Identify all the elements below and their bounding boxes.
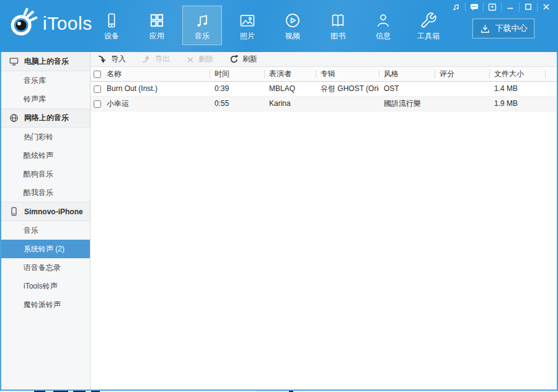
nav-label: 图书 (330, 32, 345, 40)
nav-label: 视频 (285, 32, 300, 40)
cell-rating (435, 97, 489, 111)
photos-icon (239, 12, 256, 29)
row-checkbox[interactable] (94, 100, 101, 108)
app-header: iTools 设备 应用 (0, 0, 558, 52)
import-label: 导入 (111, 54, 126, 64)
device-icon (103, 12, 120, 29)
delete-button[interactable]: 删除 (186, 54, 213, 64)
sidebar-item-device-music[interactable]: 音乐 (1, 221, 90, 240)
row-checkbox[interactable] (94, 85, 101, 93)
delete-label: 删除 (198, 54, 213, 64)
video-icon (284, 12, 301, 29)
nav-tab-photos[interactable]: 照片 (228, 6, 267, 45)
nav-label: 照片 (240, 32, 255, 40)
cell-artist: MBLAQ (264, 82, 316, 96)
sidebar-item-ringtone-library[interactable]: 铃声库 (1, 90, 90, 108)
globe-icon (9, 113, 19, 123)
sidebar-item-system-ringtones[interactable]: 系统铃声 (2) (1, 240, 90, 258)
window-menu-button[interactable] (483, 2, 501, 12)
import-icon (98, 54, 107, 64)
section-title: 网络上的音乐 (24, 113, 69, 123)
import-button[interactable]: 导入 (98, 54, 126, 64)
column-header-genre[interactable]: 风格 (379, 67, 435, 81)
column-header-name[interactable]: 名称 (107, 67, 210, 81)
logo-text: iTools (43, 13, 92, 34)
export-button[interactable]: 导出 (142, 54, 170, 64)
sidebar-item-kuwo-music[interactable]: 酷我音乐 (1, 183, 90, 202)
sidebar-section-device: Simnovo-iPhone (1, 202, 90, 221)
wrench-icon (420, 12, 437, 29)
cell-spacer (545, 97, 557, 111)
sidebar-item-itools-ringtones[interactable]: iTools铃声 (1, 277, 90, 295)
music-icon (193, 12, 211, 29)
column-header-spacer (545, 67, 557, 81)
row-checkbox-cell (91, 97, 107, 111)
sidebar-item-cool-ringtones[interactable]: 酷炫铃声 (1, 146, 90, 165)
row-checkbox-cell (91, 82, 107, 96)
nav-label: 设备 (104, 32, 119, 40)
cell-name: Burn Out (Inst.) (107, 82, 210, 96)
nav-tab-apps[interactable]: 应用 (137, 6, 177, 45)
sidebar: 电脑上的音乐 音乐库 铃声库 网络上的音乐 热门彩铃 酷炫铃声 酷狗音乐 酷我音… (1, 52, 91, 390)
nav-label: 应用 (149, 32, 164, 40)
sidebar-item-kugou-music[interactable]: 酷狗音乐 (1, 165, 90, 183)
download-icon (480, 24, 490, 34)
nav-label: 工具箱 (417, 32, 440, 40)
cell-genre: 國語流行樂 (379, 97, 435, 111)
computer-icon (9, 57, 19, 66)
column-header-rating[interactable]: 评分 (435, 67, 489, 81)
maximize-button[interactable] (519, 2, 537, 12)
column-header-album[interactable]: 专辑 (316, 67, 379, 81)
window-menu-icon (488, 3, 497, 11)
cell-genre: OST (379, 82, 435, 96)
apps-icon (148, 12, 166, 29)
select-all-checkbox[interactable] (94, 71, 101, 78)
column-header-artist[interactable]: 表演者 (264, 67, 316, 81)
cell-spacer (545, 82, 557, 96)
titlebar-controls (447, 1, 555, 13)
nav-tab-device[interactable]: 设备 (92, 6, 131, 45)
itools-window: iTools 设备 应用 (0, 0, 558, 391)
table-header: 名称 时间 表演者 专辑 风格 评分 文件大小 (91, 67, 557, 82)
books-icon (329, 12, 347, 29)
section-title: 电脑上的音乐 (24, 56, 69, 67)
section-title: Simnovo-iPhone (24, 207, 83, 216)
cell-rating (435, 82, 489, 96)
cell-album: 유령 GHOST (Orig... (316, 82, 379, 96)
sidebar-item-voice-memos[interactable]: 语音备忘录 (1, 258, 90, 277)
table-row[interactable]: Burn Out (Inst.) 0:39 MBLAQ 유령 GHOST (Or… (91, 82, 557, 97)
sidebar-item-music-library[interactable]: 音乐库 (1, 71, 90, 90)
column-header-filesize[interactable]: 文件大小 (489, 67, 545, 81)
nav-tab-books[interactable]: 图书 (318, 6, 358, 45)
feedback-button[interactable] (465, 2, 483, 12)
table-row[interactable]: 小幸运 0:55 Karina 國語流行樂 1.9 MB (91, 97, 557, 111)
music-note-icon (452, 3, 460, 11)
nav-tab-music[interactable]: 音乐 (182, 6, 222, 45)
cell-name: 小幸运 (107, 97, 210, 111)
column-header-time[interactable]: 时间 (210, 67, 264, 81)
download-center-button[interactable]: 下载中心 (472, 19, 534, 38)
cell-time: 0:39 (210, 82, 264, 96)
refresh-label: 刷新 (242, 54, 257, 64)
toolbar: 导入 导出 删除 (91, 52, 557, 67)
sidebar-item-hot-ringtones[interactable]: 热门彩铃 (1, 128, 90, 146)
nav-tab-video[interactable]: 视频 (273, 6, 312, 45)
cell-filesize: 1.4 MB (489, 82, 545, 96)
minimize-button[interactable] (501, 2, 519, 12)
refresh-icon (229, 54, 239, 64)
delete-x-icon (186, 55, 195, 64)
minimize-icon (507, 3, 514, 11)
sidebar-item-molingpai-ringtones[interactable]: 魔铃派铃声 (1, 295, 90, 314)
close-icon (542, 3, 550, 11)
nav-tab-toolbox[interactable]: 工具箱 (409, 6, 448, 45)
export-label: 导出 (155, 54, 170, 64)
mini-player-button[interactable] (447, 2, 465, 12)
feedback-icon (470, 3, 479, 11)
refresh-button[interactable]: 刷新 (229, 54, 257, 64)
cell-album (316, 97, 379, 111)
cell-artist: Karina (264, 97, 316, 111)
nav-tab-info[interactable]: 信息 (363, 6, 403, 45)
sidebar-section-online-music: 网络上的音乐 (1, 108, 90, 128)
cell-filesize: 1.9 MB (489, 97, 545, 111)
close-button[interactable] (537, 2, 555, 12)
